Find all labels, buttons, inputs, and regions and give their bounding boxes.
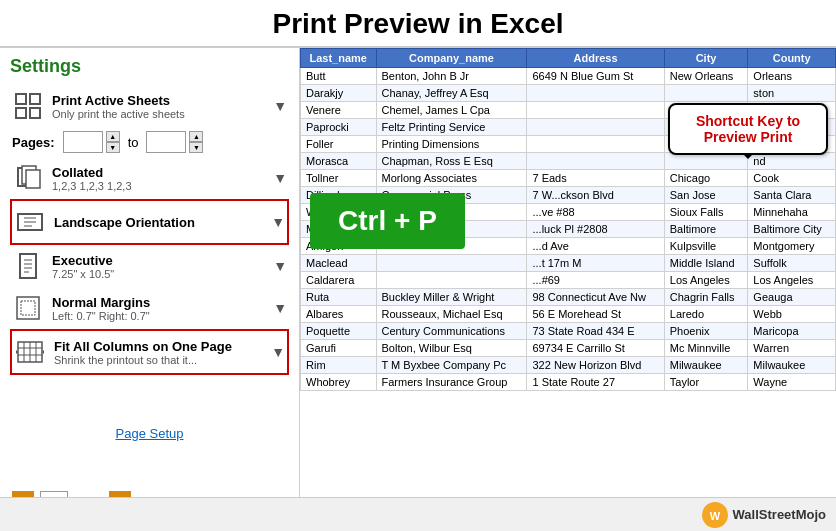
svg-rect-6 bbox=[26, 170, 40, 188]
executive-arrow: ▼ bbox=[273, 258, 287, 274]
table-cell: Caldarera bbox=[301, 272, 377, 289]
table-cell: Whobrey bbox=[301, 374, 377, 391]
collated-label: Collated bbox=[52, 165, 261, 180]
table-cell: Darakjy bbox=[301, 85, 377, 102]
table-cell: 7 Eads bbox=[527, 170, 664, 187]
table-cell: 98 Connecticut Ave Nw bbox=[527, 289, 664, 306]
landscape-orientation-item[interactable]: Landscape Orientation ▼ bbox=[10, 199, 289, 245]
table-cell: 1 State Route 27 bbox=[527, 374, 664, 391]
print-active-sheets-arrow: ▼ bbox=[273, 98, 287, 114]
pages-to-up[interactable]: ▲ bbox=[189, 131, 203, 142]
fit-all-columns-text: Fit All Columns on One Page Shrink the p… bbox=[54, 339, 259, 366]
svg-rect-16 bbox=[17, 297, 39, 319]
pages-label: Pages: bbox=[12, 135, 55, 150]
table-cell: Farmers Insurance Group bbox=[376, 374, 527, 391]
table-cell: Tollner bbox=[301, 170, 377, 187]
landscape-icon bbox=[14, 206, 46, 238]
table-cell: Chemel, James L Cpa bbox=[376, 102, 527, 119]
pages-to-input[interactable] bbox=[146, 131, 186, 153]
table-row: GarufiBolton, Wilbur Esq69734 E Carrillo… bbox=[301, 340, 836, 357]
table-row: Maclead...t 17m MMiddle IslandSuffolk bbox=[301, 255, 836, 272]
table-cell: Feltz Printing Service bbox=[376, 119, 527, 136]
table-row: RimT M Byxbee Company Pc322 New Horizon … bbox=[301, 357, 836, 374]
table-cell: Taylor bbox=[664, 374, 748, 391]
table-cell: Albares bbox=[301, 306, 377, 323]
pages-from-down[interactable]: ▼ bbox=[106, 142, 120, 153]
pages-from-up[interactable]: ▲ bbox=[106, 131, 120, 142]
table-cell: Morlong Associates bbox=[376, 170, 527, 187]
svg-rect-0 bbox=[16, 94, 26, 104]
callout-line1: Shortcut Key to bbox=[682, 113, 814, 129]
fit-all-columns-arrow: ▼ bbox=[271, 344, 285, 360]
table-cell: Suffolk bbox=[748, 255, 836, 272]
table-cell: San Jose bbox=[664, 187, 748, 204]
table-cell: Orleans bbox=[748, 68, 836, 85]
pages-to-down[interactable]: ▼ bbox=[189, 142, 203, 153]
table-cell: Cook bbox=[748, 170, 836, 187]
page-title: Print Preview in Excel bbox=[0, 0, 836, 46]
table-cell: ...d Ave bbox=[527, 238, 664, 255]
executive-text: Executive 7.25" x 10.5" bbox=[52, 253, 261, 280]
svg-text:W: W bbox=[709, 510, 720, 522]
table-cell: Baltimore bbox=[664, 221, 748, 238]
table-cell: Phoenix bbox=[664, 323, 748, 340]
table-cell: 73 State Road 434 E bbox=[527, 323, 664, 340]
table-header-row: Last_name Company_name Address City Coun… bbox=[301, 49, 836, 68]
table-cell: 69734 E Carrillo St bbox=[527, 340, 664, 357]
pages-from-spinner: ▲ ▼ bbox=[106, 131, 120, 153]
pages-to-field[interactable] bbox=[152, 135, 180, 149]
table-cell: Sioux Falls bbox=[664, 204, 748, 221]
table-cell: 56 E Morehead St bbox=[527, 306, 664, 323]
paper-icon bbox=[12, 250, 44, 282]
fit-all-columns-item[interactable]: Fit All Columns on One Page Shrink the p… bbox=[10, 329, 289, 375]
table-cell: 6649 N Blue Gum St bbox=[527, 68, 664, 85]
table-cell bbox=[527, 119, 664, 136]
table-cell: Baltimore City bbox=[748, 221, 836, 238]
page-setup-link[interactable]: Page Setup bbox=[10, 422, 289, 441]
collated-text: Collated 1,2,3 1,2,3 1,2,3 bbox=[52, 165, 261, 192]
watermark-text: WallStreetMojo bbox=[733, 507, 826, 522]
table-cell: T M Byxbee Company Pc bbox=[376, 357, 527, 374]
pages-to-label: to bbox=[128, 135, 139, 150]
table-cell bbox=[527, 136, 664, 153]
table-cell: nd bbox=[748, 153, 836, 170]
print-active-sheets-item[interactable]: Print Active Sheets Only print the activ… bbox=[10, 85, 289, 127]
table-cell: Geauga bbox=[748, 289, 836, 306]
normal-margins-item[interactable]: Normal Margins Left: 0.7" Right: 0.7" ▼ bbox=[10, 287, 289, 329]
print-active-sheets-text: Print Active Sheets Only print the activ… bbox=[52, 93, 261, 120]
table-cell bbox=[527, 85, 664, 102]
table-cell: Foller bbox=[301, 136, 377, 153]
collated-item[interactable]: Collated 1,2,3 1,2,3 1,2,3 ▼ bbox=[10, 157, 289, 199]
table-cell bbox=[376, 272, 527, 289]
col-last-name: Last_name bbox=[301, 49, 377, 68]
table-cell: ...ve #88 bbox=[527, 204, 664, 221]
pages-from-input[interactable] bbox=[63, 131, 103, 153]
landscape-orientation-label: Landscape Orientation bbox=[54, 215, 259, 230]
col-city: City bbox=[664, 49, 748, 68]
table-cell: Morasca bbox=[301, 153, 377, 170]
landscape-orientation-text: Landscape Orientation bbox=[54, 215, 259, 230]
table-cell: ...luck Pl #2808 bbox=[527, 221, 664, 238]
table-cell: 7 W...ckson Blvd bbox=[527, 187, 664, 204]
normal-margins-label: Normal Margins bbox=[52, 295, 261, 310]
table-cell: Benton, John B Jr bbox=[376, 68, 527, 85]
table-row: DarakjyChanay, Jeffrey A Esqston bbox=[301, 85, 836, 102]
table-cell: Printing Dimensions bbox=[376, 136, 527, 153]
table-cell: Butt bbox=[301, 68, 377, 85]
table-cell: Milwaukee bbox=[664, 357, 748, 374]
pages-from-field[interactable] bbox=[69, 135, 97, 149]
table-cell: Milwaukee bbox=[748, 357, 836, 374]
left-panel: Settings Print Active Sheets Only print … bbox=[0, 46, 300, 525]
table-cell: Maclead bbox=[301, 255, 377, 272]
table-cell: Bolton, Wilbur Esq bbox=[376, 340, 527, 357]
table-cell: Poquette bbox=[301, 323, 377, 340]
table-row: AlbaresRousseaux, Michael Esq56 E Morehe… bbox=[301, 306, 836, 323]
executive-sublabel: 7.25" x 10.5" bbox=[52, 268, 261, 280]
callout-box: Shortcut Key to Preview Print bbox=[668, 103, 828, 155]
table-row: MorascaChapman, Ross E Esqnd bbox=[301, 153, 836, 170]
executive-item[interactable]: Executive 7.25" x 10.5" ▼ bbox=[10, 245, 289, 287]
svg-rect-1 bbox=[30, 94, 40, 104]
table-cell: Laredo bbox=[664, 306, 748, 323]
svg-rect-2 bbox=[16, 108, 26, 118]
table-row: Caldarera...#69Los AngelesLos Angeles bbox=[301, 272, 836, 289]
